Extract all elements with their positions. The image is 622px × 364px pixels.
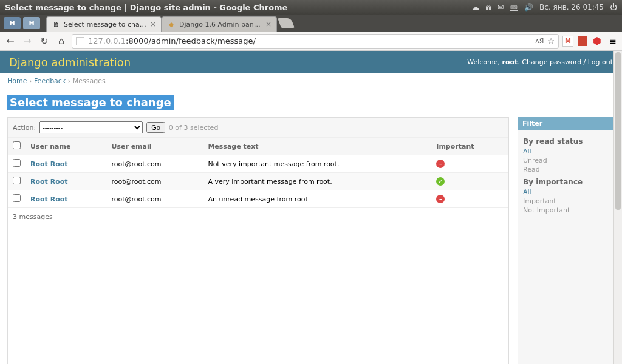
cloud-icon[interactable]: ☁ bbox=[472, 3, 479, 12]
tab-label: Django 1.6 Admin panel cu bbox=[179, 21, 262, 29]
browser-tabstrip: H H 🗎 Select message to change × ◆ Djang… bbox=[0, 15, 622, 32]
table-row: Root Rootroot@root.comNot very important… bbox=[8, 155, 508, 173]
selection-count: 0 of 3 selected bbox=[169, 124, 219, 132]
welcome-label: Welcome, bbox=[467, 58, 502, 66]
change-password-link[interactable]: Change password bbox=[522, 58, 581, 66]
row-name-link[interactable]: Root Root bbox=[30, 160, 68, 168]
launcher-button-1[interactable]: H bbox=[4, 17, 21, 29]
admin-page: Django administration Welcome, root. Cha… bbox=[0, 51, 622, 364]
breadcrumb-app[interactable]: Feedback bbox=[34, 77, 66, 85]
col-important[interactable]: Important bbox=[431, 138, 508, 155]
row-important: ✓ bbox=[431, 173, 508, 190]
new-tab-button[interactable] bbox=[278, 18, 295, 28]
reload-button[interactable]: ↻ bbox=[38, 35, 51, 48]
row-checkbox[interactable] bbox=[13, 159, 21, 167]
page-icon: 🗎 bbox=[52, 20, 60, 29]
mail-icon[interactable]: ✉ bbox=[497, 3, 504, 12]
forward-button[interactable]: → bbox=[21, 35, 34, 48]
filter-option[interactable]: Read bbox=[523, 165, 610, 174]
result-table: User name User email Message text Import… bbox=[8, 138, 508, 208]
os-titlebar: Select message to change | Django site a… bbox=[0, 0, 622, 15]
paginator: 3 messages bbox=[8, 208, 508, 226]
clock[interactable]: Вс. янв. 26 01:45 bbox=[539, 3, 604, 12]
row-checkbox[interactable] bbox=[13, 194, 21, 202]
url-path: :8000/admin/feedback/message/ bbox=[126, 36, 256, 46]
changelist: Action: --------- Go 0 of 3 selected Use… bbox=[7, 117, 509, 364]
check-icon: ✓ bbox=[436, 177, 445, 186]
launcher-button-2[interactable]: H bbox=[23, 17, 40, 29]
filter-option[interactable]: Unread bbox=[523, 156, 610, 165]
row-name-link[interactable]: Root Root bbox=[30, 178, 68, 186]
window-title: Select message to change | Django site a… bbox=[5, 3, 472, 12]
scrollbar-thumb[interactable] bbox=[615, 52, 621, 210]
row-checkbox[interactable] bbox=[13, 177, 21, 184]
url-host: 127.0.0.1 bbox=[88, 36, 126, 46]
breadcrumb-current: Messages bbox=[73, 77, 106, 85]
translate-icon[interactable]: ᴀЯ bbox=[535, 37, 544, 45]
row-email: root@root.com bbox=[106, 173, 203, 190]
table-row: Root Rootroot@root.comAn unread message … bbox=[8, 190, 508, 208]
volume-icon[interactable]: 🔊 bbox=[524, 3, 533, 12]
tab-label: Select message to change bbox=[64, 21, 146, 29]
filter-sidebar: Filter By read statusAllUnreadReadBy imp… bbox=[518, 117, 615, 364]
back-button[interactable]: ← bbox=[4, 35, 17, 48]
launcher: H H bbox=[4, 17, 40, 29]
tab-inactive[interactable]: ◆ Django 1.6 Admin panel cu × bbox=[162, 16, 277, 32]
system-tray: ☁ ⋒ ✉ ⌨ 🔊 Вс. янв. 26 01:45 ⏻ bbox=[472, 3, 617, 12]
filter-heading: By importance bbox=[523, 178, 610, 186]
ime-icon[interactable]: ⌨ bbox=[510, 4, 518, 11]
row-text: Not very important message from root. bbox=[203, 155, 431, 173]
logout-link[interactable]: Log out bbox=[588, 58, 613, 66]
close-icon[interactable]: × bbox=[265, 20, 272, 29]
favorite-icon[interactable]: ☆ bbox=[547, 36, 555, 46]
row-important: – bbox=[431, 190, 508, 208]
admin-header: Django administration Welcome, root. Cha… bbox=[0, 51, 622, 73]
adblock-icon[interactable]: ⬢ bbox=[592, 36, 603, 47]
go-button[interactable]: Go bbox=[146, 122, 165, 133]
col-email[interactable]: User email bbox=[106, 138, 203, 155]
toolbar-extensions: M ⬢ ≡ bbox=[562, 36, 618, 47]
close-icon[interactable]: × bbox=[150, 20, 156, 29]
admin-brand: Django administration bbox=[9, 56, 467, 69]
menu-icon[interactable]: ≡ bbox=[607, 36, 618, 47]
row-text: An unread message from root. bbox=[203, 190, 431, 208]
filter-heading: By read status bbox=[523, 137, 610, 146]
url-bar[interactable]: 127.0.0.1:8000/admin/feedback/message/ ᴀ… bbox=[72, 34, 559, 49]
page-icon bbox=[76, 37, 84, 46]
scrollbar[interactable] bbox=[613, 51, 622, 364]
power-icon[interactable]: ⏻ bbox=[610, 3, 617, 12]
browser-toolbar: ← → ↻ ⌂ 127.0.0.1:8000/admin/feedback/me… bbox=[0, 32, 622, 51]
minus-icon: – bbox=[436, 160, 445, 168]
row-name-link[interactable]: Root Root bbox=[30, 195, 68, 203]
table-row: Root Rootroot@root.comA very important m… bbox=[8, 173, 508, 190]
row-email: root@root.com bbox=[106, 155, 203, 173]
filter-option[interactable]: All bbox=[523, 187, 610, 197]
home-button[interactable]: ⌂ bbox=[55, 35, 68, 48]
select-all-checkbox[interactable] bbox=[13, 141, 21, 149]
breadcrumb: Home › Feedback › Messages bbox=[0, 73, 622, 89]
row-important: – bbox=[431, 155, 508, 173]
actions-bar: Action: --------- Go 0 of 3 selected bbox=[8, 118, 508, 138]
action-label: Action: bbox=[13, 124, 36, 132]
admin-user-tools: Welcome, root. Change password / Log out bbox=[467, 58, 613, 66]
filter-option[interactable]: All bbox=[523, 147, 610, 156]
minus-icon: – bbox=[436, 195, 445, 203]
bookmark-ext-icon[interactable] bbox=[578, 36, 587, 46]
filter-title: Filter bbox=[518, 117, 615, 130]
select-all-header bbox=[8, 138, 26, 155]
wifi-icon[interactable]: ⋒ bbox=[485, 3, 491, 12]
page-icon: ◆ bbox=[167, 20, 176, 29]
row-text: A very important message from root. bbox=[203, 173, 431, 190]
page-title: Select message to change bbox=[7, 95, 174, 110]
filter-option[interactable]: Not Important bbox=[523, 206, 610, 215]
col-text[interactable]: Message text bbox=[203, 138, 431, 155]
row-email: root@root.com bbox=[106, 190, 203, 208]
breadcrumb-home[interactable]: Home bbox=[7, 77, 27, 85]
col-username[interactable]: User name bbox=[26, 138, 106, 155]
username: root bbox=[502, 58, 518, 66]
action-select[interactable]: --------- bbox=[39, 121, 143, 133]
gmail-icon[interactable]: M bbox=[562, 36, 573, 47]
filter-option[interactable]: Important bbox=[523, 197, 610, 206]
tab-active[interactable]: 🗎 Select message to change × bbox=[46, 16, 162, 32]
